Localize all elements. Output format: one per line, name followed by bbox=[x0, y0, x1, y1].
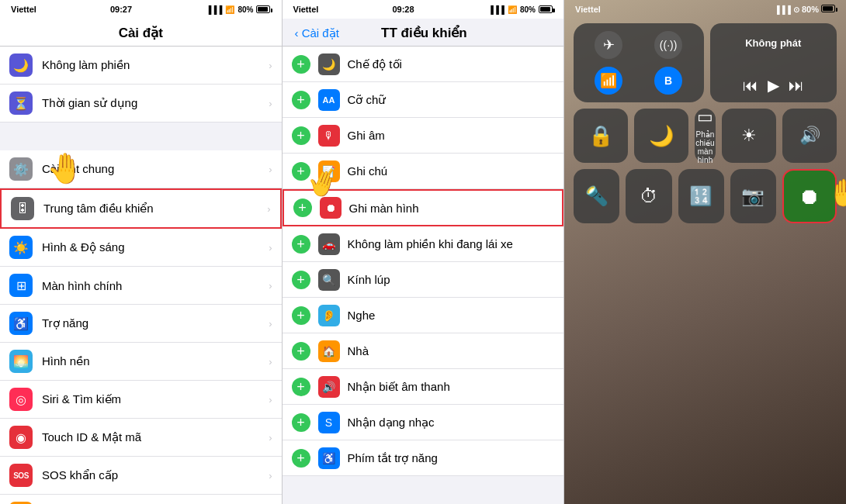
chevron-icon: › bbox=[269, 60, 272, 71]
camera-icon: 📷 bbox=[741, 185, 765, 207]
cc-timer-btn[interactable]: ⏱ bbox=[626, 169, 671, 223]
cc-orientation-lock-btn[interactable]: 🔒 bbox=[574, 109, 628, 163]
settings-item-siri[interactable]: ◎ Siri & Tìm kiếm › bbox=[0, 381, 282, 419]
battery-area-1: ▐▐▐ 📶 80% bbox=[206, 5, 270, 14]
add-sound-recognition-btn[interactable]: + bbox=[292, 378, 310, 396]
ctrl-item-dark-mode[interactable]: + 🌙 Chế độ tối bbox=[283, 47, 564, 82]
cc-next-btn[interactable]: ⏭ bbox=[789, 77, 804, 95]
add-accessibility-shortcut-btn[interactable]: + bbox=[292, 449, 310, 468]
cc-play-btn[interactable]: ▶ bbox=[768, 76, 779, 95]
ctrl-item-driving[interactable]: + 🚗 Không làm phiền khi đang lái xe bbox=[283, 226, 564, 262]
ctrl-item-home[interactable]: + 🏠 Nhà bbox=[283, 333, 564, 369]
ctrl-item-hearing[interactable]: + 👂 Nghe bbox=[283, 298, 564, 333]
signal-icon-2: ▐▐▐ bbox=[488, 5, 504, 14]
back-button-2[interactable]: ‹ Cài đặt bbox=[295, 26, 339, 40]
battery-pct-1: 80% bbox=[238, 5, 253, 14]
record-icon: ⏺ bbox=[799, 184, 820, 209]
cc-screen-mirror-btn[interactable]: ▭ Phản chiếumàn hình bbox=[695, 109, 716, 163]
ctrl-item-magnifier[interactable]: + 🔍 Kính lúp bbox=[283, 262, 564, 298]
battery-pct-2: 80% bbox=[520, 5, 536, 14]
general-label: Cài đặt chung bbox=[42, 162, 265, 176]
ctrl-item-voice-memo[interactable]: + 🎙 Ghi âm bbox=[283, 118, 564, 154]
screen-time-icon: ⏳ bbox=[9, 91, 33, 115]
cc-wifi-btn[interactable]: 📶 bbox=[584, 67, 633, 95]
settings-list[interactable]: 🌙 Không làm phiền › ⏳ Thời gian sử dụng … bbox=[0, 47, 282, 504]
cc-bottom-row: 🔦 ⏱ 🔢 📷 ⏺ 🤚 bbox=[574, 169, 837, 223]
add-voice-memo-btn[interactable]: + bbox=[292, 126, 310, 145]
signal-icon: ▐▐▐ bbox=[206, 5, 222, 14]
sound-recognition-label: Nhận biết âm thanh bbox=[348, 380, 555, 394]
add-magnifier-btn[interactable]: + bbox=[292, 271, 310, 289]
battery-icon-2 bbox=[539, 5, 553, 13]
settings-item-home-screen[interactable]: ⊞ Màn hình chính › bbox=[0, 267, 282, 305]
cc-now-playing: Không phát ⏮ ▶ ⏭ bbox=[710, 23, 837, 102]
ctrl-item-shazam[interactable]: + S Nhận dạng nhạc bbox=[283, 405, 564, 440]
cc-airplane-btn[interactable]: ✈ bbox=[584, 31, 633, 59]
panel-control-center: Viettel ▐▐▐ ⊙ 80% ✈ ((·)) 📶 bbox=[564, 0, 846, 504]
ctrl-item-accessibility-shortcut[interactable]: + ♿ Phím tắt trợ năng bbox=[283, 440, 564, 476]
add-screen-record-btn[interactable]: + bbox=[293, 198, 312, 217]
add-hearing-btn[interactable]: + bbox=[292, 306, 310, 325]
carrier-1: Viettel bbox=[11, 5, 36, 14]
settings-item-wallpaper[interactable]: 🌅 Hình nền › bbox=[0, 343, 282, 381]
text-size-icon: AA bbox=[318, 89, 340, 111]
general-icon: ⚙️ bbox=[9, 157, 33, 181]
cc-brightness-btn[interactable]: ☀ bbox=[722, 109, 776, 163]
cc-cellular-btn[interactable]: ((·)) bbox=[644, 31, 693, 59]
time-2: 09:28 bbox=[392, 5, 414, 14]
chevron-icon: › bbox=[269, 242, 272, 254]
settings-item-touch-id[interactable]: ◉ Touch ID & Mật mã › bbox=[0, 419, 282, 457]
add-shazam-btn[interactable]: + bbox=[292, 413, 310, 432]
cc-dnd-btn[interactable]: 🌙 bbox=[634, 109, 688, 163]
wifi-circle-icon: 📶 bbox=[595, 67, 622, 95]
dnd-icon: 🌙 bbox=[649, 124, 674, 148]
settings-title: Cài đặt bbox=[12, 25, 269, 41]
ctrl-item-screen-record[interactable]: + ⏺ Ghi màn hình 🤚 bbox=[283, 189, 564, 226]
add-notes-btn[interactable]: + bbox=[292, 162, 310, 181]
cc-calculator-btn[interactable]: 🔢 bbox=[678, 169, 724, 223]
chevron-icon: › bbox=[269, 394, 272, 406]
text-size-label: Cỡ chữ bbox=[348, 93, 555, 107]
battery-icon-1 bbox=[256, 5, 270, 13]
add-driving-btn[interactable]: + bbox=[292, 235, 310, 254]
cc-bluetooth-btn[interactable]: B bbox=[644, 67, 693, 95]
cc-battery-icon bbox=[821, 5, 835, 12]
settings-item-sos[interactable]: SOS SOS khẩn cấp › bbox=[0, 457, 282, 495]
cc-record-area: ⏺ 🤚 bbox=[782, 169, 837, 223]
settings-item-screen-time[interactable]: ⏳ Thời gian sử dụng › bbox=[0, 85, 282, 123]
settings-item-display[interactable]: ☀️ Hình & Độ sáng › bbox=[0, 229, 282, 267]
cc-torch-btn[interactable]: 🔦 bbox=[574, 169, 619, 223]
add-dark-mode-btn[interactable]: + bbox=[292, 55, 310, 74]
settings-item-accessibility[interactable]: ♿ Trợ năng › bbox=[0, 305, 282, 343]
hearing-icon: 👂 bbox=[318, 305, 340, 326]
cc-np-controls: ⏮ ▶ ⏭ bbox=[719, 76, 828, 95]
cc-connectivity-block[interactable]: ✈ ((·)) 📶 B bbox=[574, 23, 704, 102]
cc-signal: ▐▐▐ bbox=[775, 5, 791, 14]
settings-item-exposure[interactable]: ⚠ Thông báo tiếp xúc › bbox=[0, 495, 282, 504]
cc-status-bar: Viettel ▐▐▐ ⊙ 80% bbox=[564, 0, 846, 17]
add-text-size-btn[interactable]: + bbox=[292, 91, 310, 109]
chevron-icon: › bbox=[267, 203, 270, 215]
settings-item-do-not-disturb[interactable]: 🌙 Không làm phiền › bbox=[0, 47, 282, 85]
accessibility-label: Trợ năng bbox=[42, 316, 265, 330]
cc-camera-btn[interactable]: 📷 bbox=[730, 169, 776, 223]
settings-item-general[interactable]: ⚙️ Cài đặt chung › bbox=[0, 150, 282, 188]
add-home-btn[interactable]: + bbox=[292, 342, 310, 361]
cc-prev-btn[interactable]: ⏮ bbox=[743, 77, 758, 95]
cc-battery-area: ▐▐▐ ⊙ 80% bbox=[775, 5, 835, 14]
orient-icon: 🔒 bbox=[588, 124, 613, 148]
sound-recognition-icon: 🔊 bbox=[318, 376, 340, 398]
cc-top-row: ✈ ((·)) 📶 B Không phát ⏮ bbox=[574, 23, 837, 102]
driving-icon: 🚗 bbox=[318, 233, 340, 255]
airplane-icon: ✈ bbox=[595, 31, 622, 59]
timer-icon: ⏱ bbox=[640, 185, 658, 207]
ctrl-item-text-size[interactable]: + AA Cỡ chữ bbox=[283, 82, 564, 118]
settings-item-control-center[interactable]: 🎛 Trung tâm điều khiển › bbox=[0, 188, 282, 229]
ctrl-list[interactable]: + 🌙 Chế độ tối + AA Cỡ chữ + 🎙 Ghi âm + … bbox=[283, 47, 564, 504]
ctrl-item-sound-recognition[interactable]: + 🔊 Nhận biết âm thanh bbox=[283, 369, 564, 405]
status-bar-2: Viettel 09:28 ▐▐▐ 📶 80% bbox=[283, 0, 564, 19]
sos-icon: SOS bbox=[9, 464, 33, 487]
voice-memo-icon: 🎙 bbox=[318, 125, 340, 147]
cc-volume-btn[interactable]: 🔊 bbox=[782, 109, 837, 163]
time-1: 09:27 bbox=[110, 5, 132, 14]
